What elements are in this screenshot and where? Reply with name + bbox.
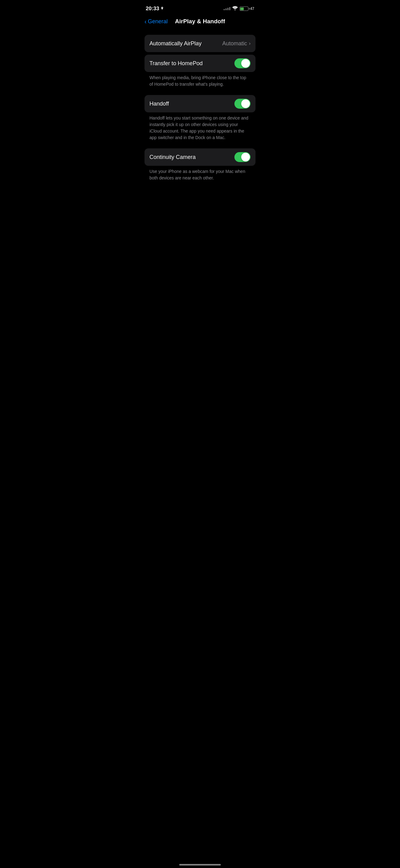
handoff-cell: Handoff — [144, 95, 256, 113]
automatically-airplay-value-container: Automatic › — [222, 40, 251, 47]
status-bar: 20:33 47 — [139, 0, 261, 16]
continuity-camera-section: Continuity Camera Use your iPhone as a w… — [144, 148, 256, 186]
transfer-to-homepod-cell: Transfer to HomePod — [144, 55, 256, 72]
handoff-section: Handoff Handoff lets you start something… — [144, 95, 256, 146]
continuity-camera-label: Continuity Camera — [149, 154, 196, 160]
transfer-to-homepod-label: Transfer to HomePod — [149, 60, 202, 67]
continuity-camera-description: Use your iPhone as a webcam for your Mac… — [144, 166, 256, 186]
signal-dot-3 — [227, 8, 229, 10]
status-time: 20:33 — [146, 6, 164, 12]
continuity-camera-toggle-thumb — [241, 153, 250, 161]
battery-tip — [249, 8, 249, 10]
transfer-to-homepod-description: When playing media, bring iPhone close t… — [144, 72, 256, 93]
back-chevron-icon: ‹ — [144, 18, 147, 25]
airplay-chevron-icon: › — [249, 41, 251, 46]
battery-percent: 47 — [250, 6, 254, 11]
transfer-to-homepod-toggle[interactable] — [234, 58, 251, 68]
automatically-airplay-section: Automatically AirPlay Automatic › — [144, 35, 256, 52]
automatically-airplay-cell[interactable]: Automatically AirPlay Automatic › — [144, 35, 256, 52]
status-right: 47 — [224, 6, 254, 11]
back-label: General — [148, 18, 168, 25]
signal-dot-2 — [226, 8, 227, 10]
handoff-toggle[interactable] — [234, 99, 251, 108]
content-area: Automatically AirPlay Automatic › Transf… — [139, 30, 261, 186]
signal-strength — [224, 7, 230, 10]
wifi-icon — [232, 6, 238, 11]
page-title: AirPlay & Handoff — [175, 18, 225, 25]
navigation-bar: ‹ General AirPlay & Handoff — [139, 16, 261, 30]
signal-dot-4 — [229, 7, 230, 10]
svg-point-0 — [234, 10, 235, 10]
transfer-to-homepod-section: Transfer to HomePod When playing media, … — [144, 55, 256, 93]
battery-fill — [240, 7, 244, 10]
automatically-airplay-value: Automatic — [222, 40, 247, 47]
handoff-toggle-thumb — [241, 99, 250, 108]
handoff-description: Handoff lets you start something on one … — [144, 113, 256, 146]
signal-dot-1 — [224, 9, 225, 10]
continuity-camera-toggle[interactable] — [234, 152, 251, 162]
transfer-to-homepod-toggle-thumb — [241, 59, 250, 68]
automatically-airplay-label: Automatically AirPlay — [149, 40, 202, 47]
continuity-camera-cell: Continuity Camera — [144, 148, 256, 166]
back-button[interactable]: ‹ General — [144, 18, 168, 25]
time-display: 20:33 — [146, 6, 159, 12]
battery-body — [240, 6, 248, 11]
battery-indicator: 47 — [240, 6, 254, 11]
handoff-label: Handoff — [149, 101, 169, 107]
location-icon — [160, 7, 164, 10]
